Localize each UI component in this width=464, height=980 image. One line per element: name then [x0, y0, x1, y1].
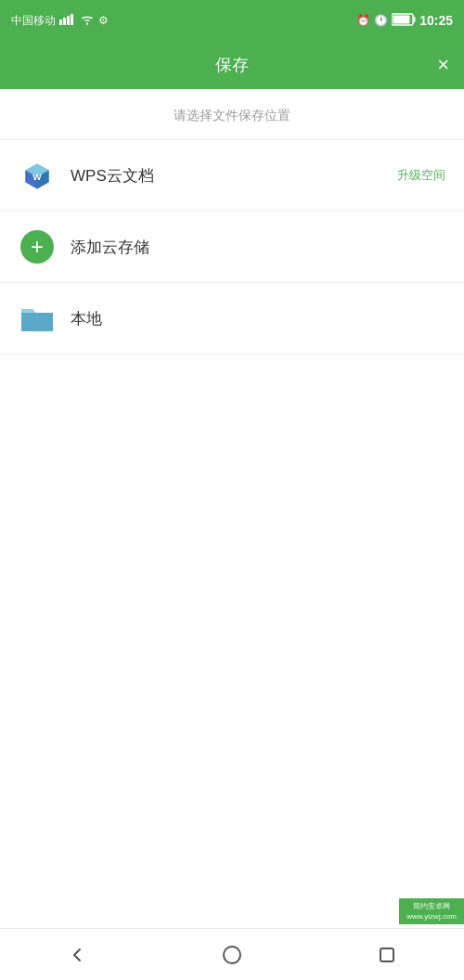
svg-rect-6 — [414, 17, 416, 22]
time-display: 10:25 — [419, 13, 453, 28]
watermark-line1: 简约安卓网 — [413, 901, 450, 911]
local-label: 本地 — [71, 308, 445, 329]
carrier-label: 中国移动 — [11, 13, 56, 29]
svg-rect-7 — [393, 15, 410, 23]
wifi-icon — [80, 14, 95, 28]
status-left: 中国移动 ⚙ — [11, 13, 109, 29]
bottom-wrapper: 简约安卓网 www.ylzwj.com — [0, 928, 464, 980]
add-cloud-icon: + — [19, 228, 56, 265]
wps-cloud-label: WPS云文档 — [71, 165, 397, 187]
svg-rect-0 — [59, 19, 62, 25]
alarm-icon: ⏰ — [356, 14, 370, 27]
watermark-line2: www.ylzwj.com — [406, 911, 457, 922]
back-button[interactable] — [49, 936, 105, 974]
svg-rect-14 — [380, 948, 393, 961]
add-cloud-item[interactable]: + 添加云存储 — [0, 212, 464, 283]
main-content: 请选择文件保存位置 W WPS云文档 升级空间 + 添加云存储 — [0, 89, 464, 928]
close-button[interactable]: × — [437, 55, 449, 75]
title-bar: 保存 × — [0, 41, 464, 89]
local-item[interactable]: 本地 — [0, 283, 464, 355]
wps-cloud-icon: W — [19, 157, 56, 194]
status-right: ⏰ 🕐 10:25 — [356, 13, 453, 29]
local-icon — [19, 300, 56, 337]
extra-icon: ⚙ — [98, 14, 109, 27]
svg-rect-2 — [67, 16, 70, 25]
svg-rect-1 — [63, 18, 66, 25]
svg-point-13 — [224, 947, 240, 963]
battery-level — [392, 13, 416, 29]
svg-point-4 — [86, 23, 88, 25]
bottom-nav — [0, 928, 464, 980]
clock-icon: 🕐 — [374, 14, 388, 27]
svg-rect-3 — [71, 14, 73, 25]
home-button[interactable] — [204, 936, 260, 974]
watermark: 简约安卓网 www.ylzwj.com — [399, 898, 464, 924]
wps-cloud-item[interactable]: W WPS云文档 升级空间 — [0, 140, 464, 212]
wps-cloud-action[interactable]: 升级空间 — [397, 167, 445, 184]
plus-circle-shape: + — [20, 230, 54, 264]
status-bar: 中国移动 ⚙ ⏰ 🕐 — [0, 0, 464, 41]
page-title: 保存 — [215, 54, 249, 76]
subtitle-text: 请选择文件保存位置 — [0, 89, 464, 140]
recent-button[interactable] — [359, 936, 415, 974]
svg-text:W: W — [32, 172, 42, 182]
network-type — [59, 14, 76, 28]
add-cloud-label: 添加云存储 — [71, 237, 445, 258]
